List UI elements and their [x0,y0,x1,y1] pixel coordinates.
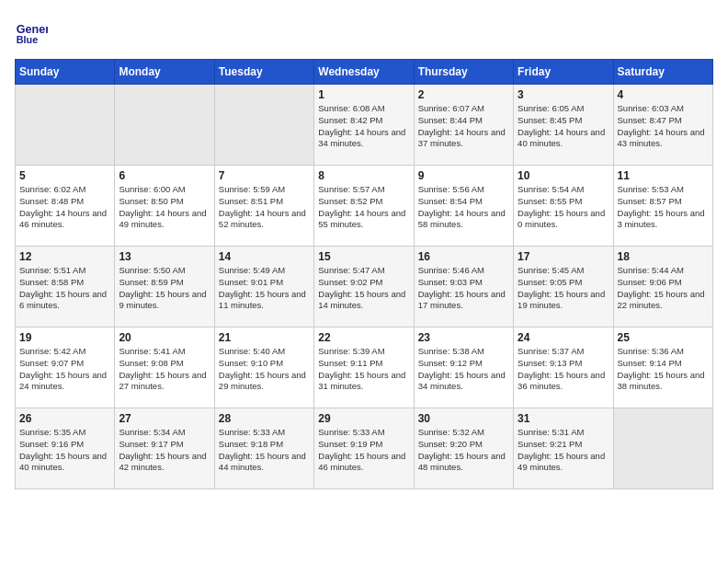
calendar-cell: 1Sunrise: 6:08 AM Sunset: 8:42 PM Daylig… [314,85,414,166]
calendar-cell: 31Sunrise: 5:31 AM Sunset: 9:21 PM Dayli… [514,408,613,489]
day-number: 27 [119,412,210,425]
day-info: Sunrise: 5:41 AM Sunset: 9:08 PM Dayligh… [119,346,210,393]
week-row-1: 1Sunrise: 6:08 AM Sunset: 8:42 PM Daylig… [16,85,713,166]
day-info: Sunrise: 5:50 AM Sunset: 8:59 PM Dayligh… [119,265,210,312]
svg-text:Blue: Blue [17,34,38,45]
day-info: Sunrise: 5:38 AM Sunset: 9:12 PM Dayligh… [418,346,509,393]
day-number: 28 [219,412,310,425]
page-header: General Blue [15,15,713,48]
day-number: 20 [119,331,210,344]
calendar-table: SundayMondayTuesdayWednesdayThursdayFrid… [15,59,713,489]
day-info: Sunrise: 5:40 AM Sunset: 9:10 PM Dayligh… [219,346,310,393]
week-row-3: 12Sunrise: 5:51 AM Sunset: 8:58 PM Dayli… [16,247,713,327]
calendar-cell: 20Sunrise: 5:41 AM Sunset: 9:08 PM Dayli… [115,327,214,408]
header-row: SundayMondayTuesdayWednesdayThursdayFrid… [16,60,713,85]
day-number: 17 [518,250,609,263]
calendar-cell: 23Sunrise: 5:38 AM Sunset: 9:12 PM Dayli… [414,327,513,408]
calendar-cell: 13Sunrise: 5:50 AM Sunset: 8:59 PM Dayli… [115,247,214,327]
day-number: 6 [119,169,210,182]
day-number: 10 [518,169,609,182]
calendar-cell: 21Sunrise: 5:40 AM Sunset: 9:10 PM Dayli… [214,327,313,408]
day-number: 13 [119,250,210,263]
day-info: Sunrise: 5:42 AM Sunset: 9:07 PM Dayligh… [19,346,110,393]
day-info: Sunrise: 5:46 AM Sunset: 9:03 PM Dayligh… [418,265,509,312]
day-number: 2 [418,88,509,101]
calendar-cell: 6Sunrise: 6:00 AM Sunset: 8:50 PM Daylig… [115,166,214,247]
day-info: Sunrise: 6:05 AM Sunset: 8:45 PM Dayligh… [518,103,609,150]
day-number: 15 [318,250,409,263]
week-row-4: 19Sunrise: 5:42 AM Sunset: 9:07 PM Dayli… [16,327,713,408]
calendar-cell: 3Sunrise: 6:05 AM Sunset: 8:45 PM Daylig… [514,85,613,166]
calendar-cell: 19Sunrise: 5:42 AM Sunset: 9:07 PM Dayli… [16,327,115,408]
day-info: Sunrise: 5:31 AM Sunset: 9:21 PM Dayligh… [518,427,609,474]
calendar-cell: 27Sunrise: 5:34 AM Sunset: 9:17 PM Dayli… [115,408,214,489]
calendar-cell: 5Sunrise: 6:02 AM Sunset: 8:48 PM Daylig… [16,166,115,247]
calendar-cell: 10Sunrise: 5:54 AM Sunset: 8:55 PM Dayli… [514,166,613,247]
day-number: 29 [318,412,409,425]
calendar-cell [16,85,115,166]
day-number: 22 [318,331,409,344]
day-info: Sunrise: 5:53 AM Sunset: 8:57 PM Dayligh… [618,184,709,231]
day-number: 24 [518,331,609,344]
day-number: 26 [19,412,110,425]
day-info: Sunrise: 5:57 AM Sunset: 8:52 PM Dayligh… [318,184,409,231]
week-row-2: 5Sunrise: 6:02 AM Sunset: 8:48 PM Daylig… [16,166,713,247]
calendar-cell: 29Sunrise: 5:33 AM Sunset: 9:19 PM Dayli… [314,408,414,489]
calendar-cell [214,85,313,166]
calendar-cell: 24Sunrise: 5:37 AM Sunset: 9:13 PM Dayli… [514,327,613,408]
day-number: 31 [518,412,609,425]
logo-icon: General Blue [15,15,48,48]
calendar-cell: 15Sunrise: 5:47 AM Sunset: 9:02 PM Dayli… [314,247,414,327]
calendar-cell: 7Sunrise: 5:59 AM Sunset: 8:51 PM Daylig… [214,166,313,247]
calendar-header: SundayMondayTuesdayWednesdayThursdayFrid… [16,60,713,85]
day-number: 23 [418,331,509,344]
day-number: 25 [618,331,709,344]
day-number: 1 [318,88,409,101]
day-info: Sunrise: 5:59 AM Sunset: 8:51 PM Dayligh… [219,184,310,231]
day-info: Sunrise: 5:34 AM Sunset: 9:17 PM Dayligh… [119,427,210,474]
day-number: 4 [618,88,709,101]
day-info: Sunrise: 6:07 AM Sunset: 8:44 PM Dayligh… [418,103,509,150]
header-day-saturday: Saturday [613,60,712,85]
calendar-cell: 18Sunrise: 5:44 AM Sunset: 9:06 PM Dayli… [613,247,712,327]
week-row-5: 26Sunrise: 5:35 AM Sunset: 9:16 PM Dayli… [16,408,713,489]
header-day-sunday: Sunday [16,60,115,85]
day-number: 21 [219,331,310,344]
day-info: Sunrise: 6:03 AM Sunset: 8:47 PM Dayligh… [618,103,709,150]
calendar-cell: 9Sunrise: 5:56 AM Sunset: 8:54 PM Daylig… [414,166,513,247]
day-number: 9 [418,169,509,182]
day-number: 16 [418,250,509,263]
day-info: Sunrise: 5:49 AM Sunset: 9:01 PM Dayligh… [219,265,310,312]
day-info: Sunrise: 5:56 AM Sunset: 8:54 PM Dayligh… [418,184,509,231]
day-info: Sunrise: 5:44 AM Sunset: 9:06 PM Dayligh… [618,265,709,312]
calendar-cell [115,85,214,166]
calendar-cell: 25Sunrise: 5:36 AM Sunset: 9:14 PM Dayli… [613,327,712,408]
day-number: 30 [418,412,509,425]
calendar-cell: 14Sunrise: 5:49 AM Sunset: 9:01 PM Dayli… [214,247,313,327]
calendar-cell: 4Sunrise: 6:03 AM Sunset: 8:47 PM Daylig… [613,85,712,166]
calendar-cell: 12Sunrise: 5:51 AM Sunset: 8:58 PM Dayli… [16,247,115,327]
calendar-cell: 17Sunrise: 5:45 AM Sunset: 9:05 PM Dayli… [514,247,613,327]
day-number: 7 [219,169,310,182]
header-day-tuesday: Tuesday [214,60,313,85]
header-day-friday: Friday [514,60,613,85]
day-number: 18 [618,250,709,263]
day-info: Sunrise: 5:47 AM Sunset: 9:02 PM Dayligh… [318,265,409,312]
calendar-cell: 28Sunrise: 5:33 AM Sunset: 9:18 PM Dayli… [214,408,313,489]
day-number: 19 [19,331,110,344]
day-number: 11 [618,169,709,182]
day-info: Sunrise: 5:33 AM Sunset: 9:19 PM Dayligh… [318,427,409,474]
day-info: Sunrise: 5:51 AM Sunset: 8:58 PM Dayligh… [19,265,110,312]
calendar-cell: 11Sunrise: 5:53 AM Sunset: 8:57 PM Dayli… [613,166,712,247]
day-number: 5 [19,169,110,182]
day-info: Sunrise: 6:02 AM Sunset: 8:48 PM Dayligh… [19,184,110,231]
day-info: Sunrise: 6:08 AM Sunset: 8:42 PM Dayligh… [318,103,409,150]
calendar-cell: 22Sunrise: 5:39 AM Sunset: 9:11 PM Dayli… [314,327,414,408]
day-info: Sunrise: 5:37 AM Sunset: 9:13 PM Dayligh… [518,346,609,393]
header-day-monday: Monday [115,60,214,85]
day-number: 12 [19,250,110,263]
header-day-wednesday: Wednesday [314,60,414,85]
day-info: Sunrise: 5:33 AM Sunset: 9:18 PM Dayligh… [219,427,310,474]
day-number: 14 [219,250,310,263]
day-info: Sunrise: 5:39 AM Sunset: 9:11 PM Dayligh… [318,346,409,393]
